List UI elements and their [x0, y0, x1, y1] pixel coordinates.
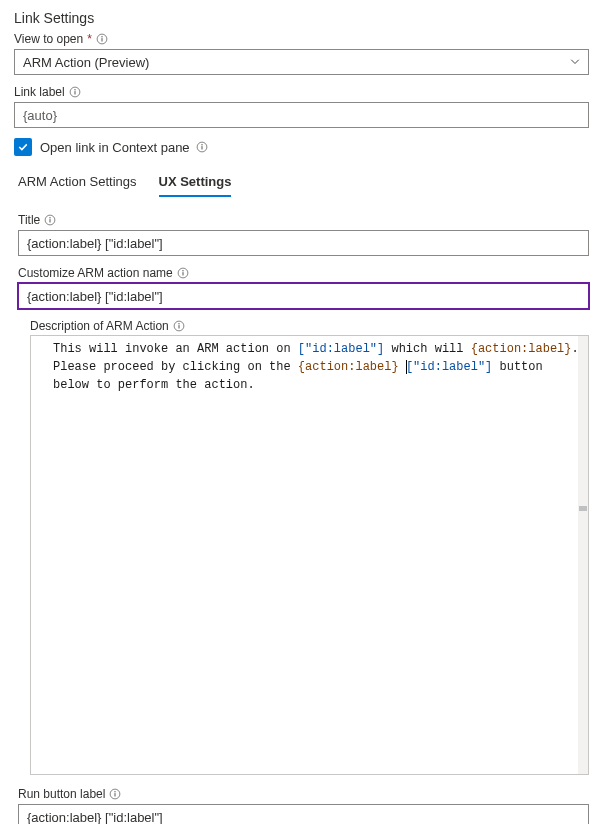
- customize-name-label: Customize ARM action name: [18, 266, 589, 280]
- svg-rect-5: [74, 91, 75, 94]
- info-icon[interactable]: [44, 214, 56, 226]
- title-input[interactable]: [18, 230, 589, 256]
- token-action: {action:label}: [471, 342, 572, 356]
- title-label: Title: [18, 213, 589, 227]
- view-to-open-field: View to open * ARM Action (Preview): [14, 32, 589, 75]
- tab-arm-action-settings[interactable]: ARM Action Settings: [18, 174, 137, 197]
- link-label-label: Link label: [14, 85, 589, 99]
- svg-point-10: [50, 217, 51, 218]
- context-pane-checkbox[interactable]: [14, 138, 32, 156]
- svg-point-16: [178, 323, 179, 324]
- context-pane-row: Open link in Context pane: [14, 138, 589, 156]
- run-button-label-label: Run button label: [18, 787, 589, 801]
- link-label-input[interactable]: [14, 102, 589, 128]
- svg-rect-8: [201, 146, 202, 149]
- view-to-open-select[interactable]: ARM Action (Preview): [14, 49, 589, 75]
- description-label: Description of ARM Action: [30, 319, 589, 333]
- token-action: {action:label}: [298, 360, 399, 374]
- info-icon[interactable]: [173, 320, 185, 332]
- editor-scrollbar[interactable]: [578, 336, 588, 774]
- customize-name-field: Customize ARM action name: [18, 266, 589, 309]
- text-run: which will: [384, 342, 470, 356]
- info-icon[interactable]: [96, 33, 108, 45]
- title-field: Title: [18, 213, 589, 256]
- label-text: Run button label: [18, 787, 105, 801]
- svg-point-1: [101, 36, 102, 37]
- label-text: Title: [18, 213, 40, 227]
- context-pane-label: Open link in Context pane: [40, 140, 208, 155]
- info-icon[interactable]: [69, 86, 81, 98]
- tab-ux-settings[interactable]: UX Settings: [159, 174, 232, 197]
- svg-point-7: [201, 144, 202, 145]
- svg-point-13: [182, 270, 183, 271]
- svg-rect-14: [182, 272, 183, 275]
- label-text: Open link in Context pane: [40, 140, 190, 155]
- token-id: ["id:label"]: [406, 360, 492, 374]
- svg-point-19: [115, 791, 116, 792]
- tabs: ARM Action Settings UX Settings: [14, 174, 589, 197]
- label-text: Description of ARM Action: [30, 319, 169, 333]
- run-button-label-input[interactable]: [18, 804, 589, 824]
- page-title: Link Settings: [14, 10, 589, 26]
- label-text: View to open: [14, 32, 83, 46]
- description-editor[interactable]: This will invoke an ARM action on ["id:l…: [30, 335, 589, 775]
- label-text: Link label: [14, 85, 65, 99]
- svg-rect-17: [178, 325, 179, 328]
- label-text: Customize ARM action name: [18, 266, 173, 280]
- run-button-label-field: Run button label: [18, 787, 589, 824]
- required-asterisk: *: [87, 32, 92, 46]
- overview-ruler-mark: [579, 506, 587, 511]
- text-run: [399, 360, 406, 374]
- editor-content: This will invoke an ARM action on ["id:l…: [53, 340, 582, 394]
- info-icon[interactable]: [109, 788, 121, 800]
- info-icon[interactable]: [196, 141, 208, 153]
- ux-settings-panel: Title Customize ARM action name Descript…: [14, 213, 589, 824]
- text-run: This will invoke an ARM action on: [53, 342, 298, 356]
- info-icon[interactable]: [177, 267, 189, 279]
- svg-point-4: [74, 89, 75, 90]
- token-id: ["id:label"]: [298, 342, 384, 356]
- link-label-field: Link label: [14, 85, 589, 128]
- customize-name-input[interactable]: [18, 283, 589, 309]
- svg-rect-2: [101, 38, 102, 41]
- view-to-open-label: View to open *: [14, 32, 589, 46]
- select-value: ARM Action (Preview): [23, 55, 149, 70]
- svg-rect-11: [50, 219, 51, 222]
- svg-rect-20: [115, 793, 116, 796]
